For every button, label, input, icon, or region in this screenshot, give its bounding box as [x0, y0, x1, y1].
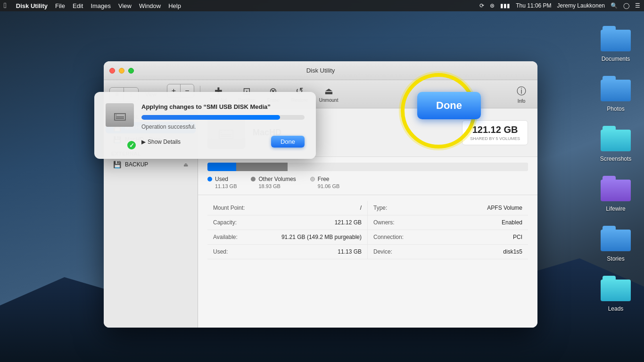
menu-list-icon[interactable]: ☰: [635, 2, 640, 9]
time-machine-icon: ⟳: [479, 2, 484, 9]
storage-legend: Used 11.13 GB Other Volumes 18.93 GB: [207, 176, 528, 189]
desktop-icons: Documents Photos Screenshots Lifewire: [587, 14, 644, 362]
app-name[interactable]: Disk Utility: [16, 2, 48, 9]
detail-label-type: Type:: [373, 205, 387, 211]
search-icon[interactable]: 🔍: [611, 2, 618, 9]
chevron-right-icon: ▶: [141, 139, 146, 145]
detail-value-used: 11.13 GB: [338, 248, 362, 255]
menu-file[interactable]: File: [55, 2, 65, 9]
legend-dot-other: [251, 177, 256, 181]
dialog-disk-icon: 🖴: [106, 103, 134, 127]
dialog-icon-wrap: 🖴 ✓: [106, 103, 134, 148]
legend-value-used: 11.13 GB: [207, 183, 237, 189]
detail-value-mount: /: [360, 205, 362, 211]
info-icon: ⓘ: [517, 85, 526, 98]
menu-edit[interactable]: Edit: [73, 2, 83, 9]
window-controls: [109, 68, 134, 74]
detail-value-connection: PCI: [513, 234, 522, 240]
menu-view[interactable]: View: [118, 2, 132, 9]
dialog-success-check: ✓: [126, 140, 137, 150]
bar-free: [288, 163, 528, 171]
sidebar-item-backup-label: BACKUP: [125, 161, 148, 168]
detail-label-mount: Mount Point:: [213, 205, 245, 211]
details-table: Mount Point: / Type: APFS Volume Capacit…: [198, 195, 537, 265]
legend-value-free: 91.06 GB: [310, 183, 339, 189]
operation-dialog: 🖴 ✓ Applying changes to “SMI USB DISK Me…: [94, 92, 316, 159]
detail-mount-point: Mount Point: /: [207, 201, 368, 215]
legend-dot-free: [310, 177, 315, 181]
legend-label-free: Free: [318, 176, 330, 182]
apple-menu[interactable]: : [4, 1, 7, 10]
desktop-icon-label-documents: Documents: [602, 56, 630, 62]
desktop-icon-screenshots[interactable]: Screenshots: [600, 123, 632, 162]
disk-size-number: 121.12 GB: [470, 124, 520, 135]
storage-bar: [207, 163, 528, 171]
desktop-icon-photos[interactable]: Photos: [601, 74, 631, 112]
dialog-body: Applying changes to “SMI USB DISK Media”…: [141, 103, 305, 148]
detail-value-type: APFS Volume: [487, 205, 522, 211]
progress-bar-fill: [141, 115, 280, 120]
progress-bar-wrap: [141, 115, 305, 120]
bar-other: [236, 163, 288, 171]
legend-free: Free 91.06 GB: [310, 176, 339, 189]
legend-value-other: 18.93 GB: [251, 183, 296, 189]
storage-section: Used 11.13 GB Other Volumes 18.93 GB: [198, 157, 537, 195]
detail-value-owners: Enabled: [502, 219, 522, 226]
desktop-icon-stories[interactable]: Stories: [601, 223, 631, 262]
legend-label-used: Used: [215, 176, 228, 182]
detail-value-available: 91.21 GB (149.2 MB purgeable): [281, 234, 362, 240]
drive-icon-backup: 💾: [113, 161, 121, 168]
dialog-title: Applying changes to “SMI USB DISK Media”: [141, 103, 305, 110]
detail-type: Type: APFS Volume: [368, 201, 528, 215]
menubar:  Disk Utility File Edit Images View Win…: [0, 0, 644, 11]
detail-label-owners: Owners:: [373, 219, 395, 226]
desktop-icon-label-screenshots: Screenshots: [600, 156, 632, 162]
menu-images[interactable]: Images: [91, 2, 111, 9]
maximize-button[interactable]: [128, 68, 134, 74]
detail-label-connection: Connection:: [373, 234, 404, 240]
legend-used: Used 11.13 GB: [207, 176, 237, 189]
detail-capacity: Capacity: 121.12 GB: [207, 215, 368, 230]
sidebar-item-backup[interactable]: 💾 BACKUP ⏏: [106, 159, 196, 170]
detail-connection: Connection: PCI: [368, 230, 528, 245]
disk-size-badge: 121.12 GB SHARED BY 5 VOLUMES: [462, 120, 528, 145]
legend-other: Other Volumes 18.93 GB: [251, 176, 296, 189]
dialog-status: Operation successful.: [141, 123, 305, 130]
menu-window[interactable]: Window: [139, 2, 161, 9]
desktop-icon-documents[interactable]: Documents: [601, 24, 631, 62]
close-button[interactable]: [109, 68, 115, 74]
eject-icon-backup[interactable]: ⏏: [183, 162, 188, 168]
datetime-display: Thu 11:06 PM: [516, 2, 551, 9]
desktop-icon-label-lifewire: Lifewire: [606, 206, 625, 212]
detail-label-available: Available:: [213, 234, 238, 240]
done-button-dialog[interactable]: Done: [271, 136, 305, 148]
detail-label-device: Device:: [373, 248, 392, 255]
menu-help[interactable]: Help: [168, 2, 181, 9]
dialog-actions: ▶ Show Details Done: [141, 136, 305, 148]
battery-icon: ▮▮▮: [500, 2, 510, 9]
desktop-icon-label-leads: Leads: [608, 305, 624, 312]
unmount-button[interactable]: ⏏ Unmount: [315, 83, 342, 105]
detail-owners: Owners: Enabled: [368, 215, 528, 230]
bar-used: [207, 163, 236, 171]
desktop-icon-lifewire[interactable]: Lifewire: [601, 173, 631, 212]
detail-available: Available: 91.21 GB (149.2 MB purgeable): [207, 230, 368, 245]
detail-value-device: disk1s5: [503, 248, 522, 255]
disk-shared-label: SHARED BY 5 VOLUMES: [470, 136, 520, 141]
info-button[interactable]: ⓘ Info: [511, 83, 532, 106]
window-title: Disk Utility: [306, 67, 335, 74]
detail-value-capacity: 121.12 GB: [335, 219, 362, 226]
done-button-highlighted[interactable]: Done: [417, 92, 481, 119]
minimize-button[interactable]: [119, 68, 124, 74]
unmount-icon: ⏏: [324, 85, 333, 97]
detail-label-capacity: Capacity:: [213, 219, 237, 226]
desktop-icon-label-photos: Photos: [607, 106, 624, 112]
detail-label-used: Used:: [213, 248, 228, 255]
desktop-icon-leads[interactable]: Leads: [601, 273, 631, 312]
user-icon[interactable]: ◯: [623, 2, 629, 9]
show-details-button[interactable]: ▶ Show Details: [141, 139, 181, 145]
user-name[interactable]: Jeremy Laukkonen: [557, 2, 605, 9]
detail-used: Used: 11.13 GB: [207, 245, 368, 259]
desktop-icon-label-stories: Stories: [607, 255, 624, 262]
legend-dot-used: [207, 177, 212, 181]
